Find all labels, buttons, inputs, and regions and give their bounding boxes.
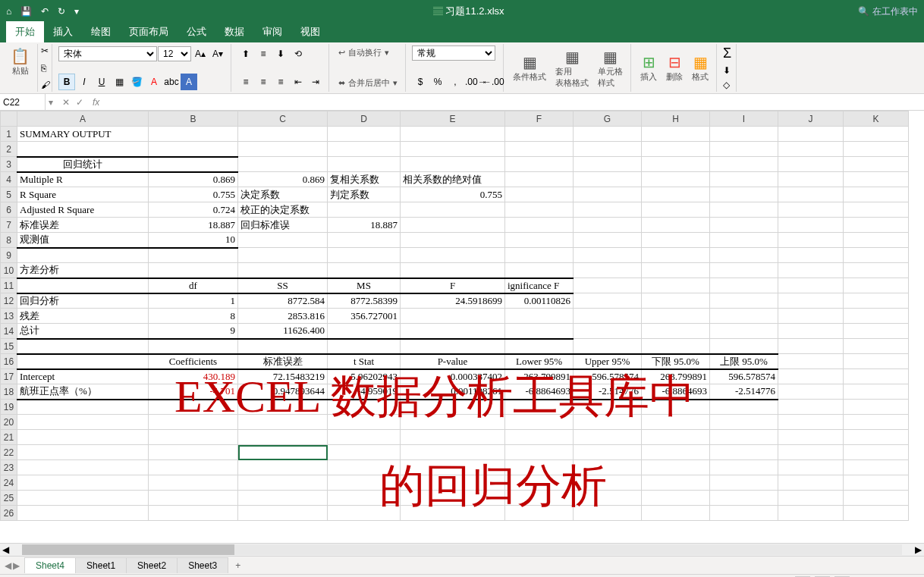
- decrease-decimal-button[interactable]: ←.00: [482, 74, 498, 90]
- cell-A22[interactable]: [17, 445, 149, 460]
- cell-E2[interactable]: [401, 142, 505, 157]
- cell-B20[interactable]: [149, 415, 238, 430]
- cell-K5[interactable]: [844, 187, 909, 202]
- cell-J16[interactable]: [778, 354, 844, 369]
- cell-H9[interactable]: [642, 248, 710, 263]
- cell-I16[interactable]: 上限 95.0%: [710, 354, 778, 369]
- cell-E4[interactable]: 相关系数的绝对值: [401, 172, 505, 187]
- cell-E3[interactable]: [401, 157, 505, 172]
- cell-D3[interactable]: [328, 157, 401, 172]
- cell-K20[interactable]: [844, 415, 909, 430]
- format-cells-button[interactable]: ▦格式: [689, 52, 712, 84]
- indent-decrease-button[interactable]: ⇤: [290, 74, 306, 90]
- ribbon-tab-绘图[interactable]: 绘图: [82, 21, 120, 42]
- cell-I3[interactable]: [710, 157, 778, 172]
- cell-A20[interactable]: [17, 415, 149, 430]
- cell-J23[interactable]: [778, 460, 844, 475]
- cell-F26[interactable]: [505, 506, 574, 521]
- ribbon-tab-插入[interactable]: 插入: [44, 21, 82, 42]
- align-middle-button[interactable]: ≡: [255, 45, 272, 62]
- cell-J22[interactable]: [778, 445, 844, 460]
- cell-I15[interactable]: [710, 339, 778, 354]
- cell-F19[interactable]: [505, 400, 574, 415]
- row-header-19[interactable]: 19: [1, 400, 17, 415]
- cell-G11[interactable]: [574, 278, 642, 293]
- decrease-font-button[interactable]: A▾: [209, 45, 226, 62]
- cell-D20[interactable]: [328, 415, 401, 430]
- row-header-20[interactable]: 20: [1, 415, 17, 430]
- cell-E23[interactable]: [401, 460, 505, 475]
- cell-I23[interactable]: [710, 460, 778, 475]
- delete-cells-button[interactable]: ⊟删除: [663, 52, 686, 84]
- align-bottom-button[interactable]: ⬇: [272, 45, 289, 62]
- cell-J19[interactable]: [778, 400, 844, 415]
- cell-F1[interactable]: [505, 127, 574, 142]
- cell-C23[interactable]: [238, 460, 328, 475]
- cell-G5[interactable]: [574, 187, 642, 202]
- cell-E22[interactable]: [401, 445, 505, 460]
- comma-button[interactable]: ,: [447, 74, 464, 90]
- cut-icon[interactable]: ✂: [41, 45, 50, 56]
- cell-A12[interactable]: 回归分析: [17, 293, 149, 309]
- cell-B23[interactable]: [149, 460, 238, 475]
- cell-C14[interactable]: 11626.400: [238, 324, 328, 339]
- formula-input[interactable]: [102, 94, 924, 110]
- sheet-tab-Sheet1[interactable]: Sheet1: [75, 557, 127, 573]
- enter-icon[interactable]: ✓: [76, 97, 83, 108]
- fx-icon[interactable]: fx: [90, 97, 102, 108]
- cell-J20[interactable]: [778, 415, 844, 430]
- cell-B21[interactable]: [149, 430, 238, 445]
- copy-icon[interactable]: ⎘: [41, 63, 50, 74]
- cell-H13[interactable]: [642, 309, 710, 324]
- cell-B7[interactable]: 18.887: [149, 218, 238, 233]
- cell-H26[interactable]: [642, 506, 710, 521]
- cell-I19[interactable]: [710, 400, 778, 415]
- cell-K2[interactable]: [844, 142, 909, 157]
- cell-J9[interactable]: [778, 248, 844, 263]
- row-header-15[interactable]: 15: [1, 339, 17, 354]
- cell-K6[interactable]: [844, 202, 909, 218]
- cell-C21[interactable]: [238, 430, 328, 445]
- fill-icon[interactable]: ⬇: [723, 65, 731, 76]
- cell-F23[interactable]: [505, 460, 574, 475]
- cell-K24[interactable]: [844, 475, 909, 491]
- cell-D19[interactable]: [328, 400, 401, 415]
- cell-B25[interactable]: [149, 491, 238, 506]
- ribbon-tab-视图[interactable]: 视图: [291, 21, 329, 42]
- cell-I26[interactable]: [710, 506, 778, 521]
- cell-I8[interactable]: [710, 233, 778, 248]
- cell-I6[interactable]: [710, 202, 778, 218]
- align-top-button[interactable]: ⬆: [237, 45, 254, 62]
- cell-J5[interactable]: [778, 187, 844, 202]
- cell-B6[interactable]: 0.724: [149, 202, 238, 218]
- cell-A8[interactable]: 观测值: [17, 233, 149, 248]
- orientation-button[interactable]: ⟲: [290, 45, 306, 62]
- scroll-right-icon[interactable]: ▶: [913, 544, 924, 555]
- cell-H8[interactable]: [642, 233, 710, 248]
- border-button[interactable]: ▦: [111, 74, 127, 90]
- cell-K9[interactable]: [844, 248, 909, 263]
- increase-decimal-button[interactable]: .00→: [464, 74, 481, 90]
- cell-K4[interactable]: [844, 172, 909, 187]
- cell-J10[interactable]: [778, 263, 844, 278]
- cell-C13[interactable]: 2853.816: [238, 309, 328, 324]
- italic-button[interactable]: I: [76, 74, 93, 90]
- cell-I18[interactable]: -2.514776: [710, 384, 778, 400]
- cell-G4[interactable]: [574, 172, 642, 187]
- cell-H11[interactable]: [642, 278, 710, 293]
- cell-E17[interactable]: 0.000337402: [401, 369, 505, 384]
- cell-C8[interactable]: [238, 233, 328, 248]
- cell-G10[interactable]: [574, 263, 642, 278]
- cell-A25[interactable]: [17, 491, 149, 506]
- bold-button[interactable]: B: [58, 74, 75, 90]
- row-header-10[interactable]: 10: [1, 263, 17, 278]
- indent-increase-button[interactable]: ⇥: [307, 74, 324, 90]
- column-header-K[interactable]: K: [844, 111, 909, 127]
- cell-D23[interactable]: [328, 460, 401, 475]
- cell-E14[interactable]: [401, 324, 505, 339]
- cell-G8[interactable]: [574, 233, 642, 248]
- cell-C17[interactable]: 72.15483219: [238, 369, 328, 384]
- cell-K18[interactable]: [844, 384, 909, 400]
- cell-C1[interactable]: [238, 127, 328, 142]
- row-header-13[interactable]: 13: [1, 309, 17, 324]
